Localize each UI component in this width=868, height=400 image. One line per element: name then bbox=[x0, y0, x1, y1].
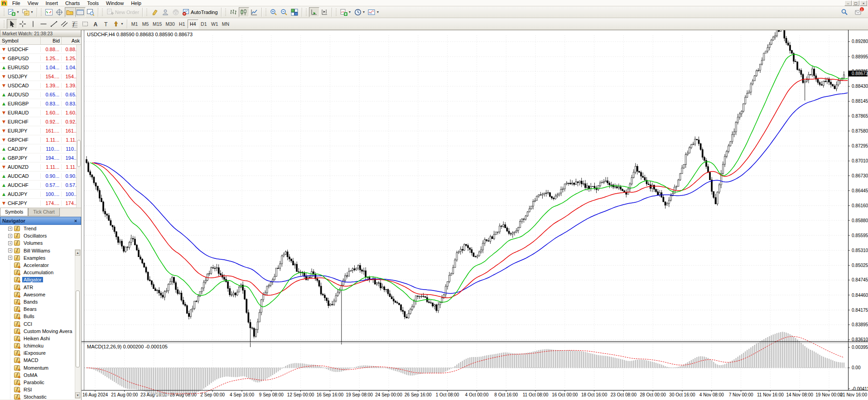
navigator-group-oscillators[interactable]: +fOscillators bbox=[0, 232, 81, 239]
navigator-item-momentum[interactable]: fMomentum bbox=[0, 364, 81, 371]
menu-file[interactable]: File bbox=[9, 0, 24, 6]
navigator-item-osma[interactable]: fOsMA bbox=[0, 371, 81, 379]
menu-help[interactable]: Help bbox=[127, 0, 145, 6]
experts-button[interactable] bbox=[160, 7, 170, 17]
market-watch-row-chfjpy[interactable]: ▼CHFJPY174....174.... bbox=[0, 199, 81, 208]
timeframe-m30[interactable]: M30 bbox=[164, 19, 176, 29]
navigator-item-awesome[interactable]: fAwesome bbox=[0, 291, 81, 298]
market-watch-row-eurusd[interactable]: ▲EURUSD1.04...1.04... bbox=[0, 63, 81, 72]
menu-view[interactable]: View bbox=[24, 0, 42, 6]
restore-button[interactable]: ▢ bbox=[852, 0, 859, 6]
fibonacci-button[interactable]: f bbox=[69, 19, 80, 29]
chevron-down-icon[interactable]: ▼ bbox=[30, 10, 34, 14]
scroll-thumb[interactable] bbox=[76, 290, 80, 367]
search-button[interactable] bbox=[839, 7, 849, 17]
menu-insert[interactable]: Insert bbox=[42, 0, 62, 6]
navigator-item-bulls[interactable]: fBulls bbox=[0, 313, 81, 320]
channel-button[interactable] bbox=[59, 19, 69, 29]
scroll-up-icon[interactable]: ▲ bbox=[75, 250, 80, 256]
market-watch-row-audchf[interactable]: ▲AUDCHF0.57...0.57... bbox=[0, 181, 81, 190]
text-button[interactable]: T bbox=[101, 19, 111, 29]
market-watch-scrollbar[interactable] bbox=[76, 45, 81, 208]
market-watch-button[interactable] bbox=[44, 7, 54, 17]
chart-shift-button[interactable] bbox=[319, 7, 330, 17]
zoom-out-button[interactable] bbox=[279, 7, 289, 17]
auto-scroll-button[interactable] bbox=[309, 7, 319, 17]
close-icon[interactable]: × bbox=[72, 218, 79, 224]
timeframe-d1[interactable]: D1 bbox=[198, 19, 209, 29]
column-symbol[interactable]: Symbol bbox=[0, 37, 40, 44]
indicators-button[interactable]: ▼ bbox=[339, 7, 353, 17]
column-ask[interactable]: Ask bbox=[61, 37, 81, 44]
minimize-button[interactable]: ‒ bbox=[844, 0, 852, 6]
navigator-item-bears[interactable]: fBears bbox=[0, 305, 81, 313]
market-watch-row-usdjpy[interactable]: ▼USDJPY154....154.... bbox=[0, 72, 81, 81]
arrows-button[interactable]: ▼ bbox=[111, 19, 125, 29]
navigator-group-trend[interactable]: +fTrend bbox=[0, 225, 81, 232]
navigator-item-rsi[interactable]: fRSI bbox=[0, 386, 81, 393]
market-watch-row-usdchf[interactable]: ▼USDCHF0.88...0.88... bbox=[0, 45, 81, 54]
navigator-item-cci[interactable]: fCCI bbox=[0, 320, 81, 327]
scroll-down-icon[interactable]: ▼ bbox=[75, 392, 80, 398]
navigator-item-accumulation[interactable]: fAccumulation bbox=[0, 269, 81, 276]
navigator-item-accelerator[interactable]: fAccelerator bbox=[0, 262, 81, 269]
toolbar-grip[interactable] bbox=[335, 8, 338, 17]
crosshair-button[interactable] bbox=[17, 19, 28, 29]
market-watch-row-audjpy[interactable]: ▲AUDJPY100....100.... bbox=[0, 190, 81, 199]
line-chart-button[interactable] bbox=[249, 7, 260, 17]
navigator-item-custom-moving-avera[interactable]: fCustom Moving Avera bbox=[0, 328, 81, 335]
navigator-item-bands[interactable]: fBands bbox=[0, 298, 81, 305]
terminal-button[interactable] bbox=[75, 7, 86, 17]
toolbar-grip[interactable] bbox=[40, 8, 43, 17]
new-order-button[interactable]: New Order bbox=[105, 7, 140, 17]
chevron-down-icon[interactable]: ▼ bbox=[16, 10, 19, 14]
toolbar-grip[interactable] bbox=[146, 8, 148, 17]
navigator-item-parabolic[interactable]: fParabolic bbox=[0, 379, 81, 386]
navigator-group-volumes[interactable]: +fVolumes bbox=[0, 239, 81, 247]
market-watch-row-gbpusd[interactable]: ▼GBPUSD1.25...1.25... bbox=[0, 54, 81, 63]
market-watch-row-cadjpy[interactable]: ▲CADJPY110....110.... bbox=[0, 144, 81, 153]
autotrading-button[interactable]: AutoTrading bbox=[181, 7, 219, 17]
candle-chart-button[interactable] bbox=[239, 7, 249, 17]
toolbar-grip[interactable] bbox=[225, 8, 227, 17]
templates-button[interactable]: ▼ bbox=[366, 7, 381, 17]
cursor-button[interactable] bbox=[7, 19, 17, 29]
timeframe-mn[interactable]: MN bbox=[220, 19, 231, 29]
market-watch-row-euraud[interactable]: ▼EURAUD1.60...1.60... bbox=[0, 108, 81, 117]
toolbar-grip[interactable] bbox=[3, 8, 5, 17]
expand-icon[interactable]: + bbox=[8, 248, 12, 252]
menu-charts[interactable]: Charts bbox=[62, 0, 83, 6]
navigator-item-alligator[interactable]: fAlligator bbox=[0, 276, 81, 283]
market-watch-row-audnzd[interactable]: ▼AUDNZD1.11...1.11... bbox=[0, 162, 81, 171]
timeframe-h4[interactable]: H4 bbox=[188, 19, 198, 29]
shapes-button[interactable] bbox=[80, 19, 90, 29]
news-button[interactable] bbox=[170, 7, 181, 17]
menu-tools[interactable]: Tools bbox=[83, 0, 102, 6]
chevron-down-icon[interactable]: ▼ bbox=[121, 22, 124, 25]
timeframe-h1[interactable]: H1 bbox=[177, 19, 188, 29]
navigator-group-bill-williams[interactable]: +fBill Williams bbox=[0, 247, 81, 254]
market-watch-row-gbpchf[interactable]: ▼GBPCHF1.11...1.11... bbox=[0, 135, 81, 144]
timeframe-m5[interactable]: M5 bbox=[140, 19, 151, 29]
periods-button[interactable]: ▼ bbox=[353, 7, 367, 17]
expand-icon[interactable]: + bbox=[8, 256, 12, 260]
menu-window[interactable]: Window bbox=[102, 0, 127, 6]
arrow-a-button[interactable]: A bbox=[90, 19, 101, 29]
tab-symbols[interactable]: Symbols bbox=[0, 208, 28, 216]
toolbar-grip[interactable] bbox=[265, 8, 267, 17]
market-watch-row-eurjpy[interactable]: ▼EURJPY161....161.... bbox=[0, 126, 81, 135]
market-watch-row-audcad[interactable]: ▲AUDCAD0.90...0.90... bbox=[0, 171, 81, 181]
expand-icon[interactable]: + bbox=[8, 234, 12, 238]
alerts-button[interactable] bbox=[149, 7, 160, 17]
tile-windows-button[interactable] bbox=[289, 7, 300, 17]
toolbar-grip[interactable] bbox=[101, 8, 104, 17]
vertical-line-button[interactable] bbox=[28, 19, 38, 29]
profiles-button[interactable]: ▼ bbox=[21, 7, 35, 17]
market-watch-row-eurchf[interactable]: ▼EURCHF0.92...0.92... bbox=[0, 117, 81, 126]
strategy-tester-button[interactable] bbox=[86, 7, 96, 17]
toolbar-grip[interactable] bbox=[3, 19, 5, 29]
expand-icon[interactable]: + bbox=[8, 241, 12, 245]
chevron-down-icon[interactable]: ▼ bbox=[376, 10, 379, 14]
notifications-button[interactable]: 1 bbox=[853, 7, 863, 17]
scroll-thumb[interactable] bbox=[77, 140, 81, 167]
